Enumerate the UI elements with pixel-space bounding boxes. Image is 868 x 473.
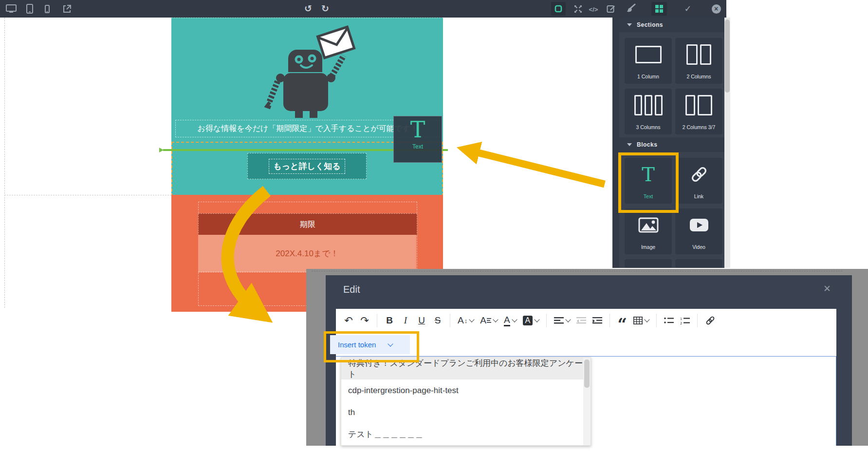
blocks-header-label: Blocks bbox=[637, 141, 657, 148]
deadline-value-block[interactable]: 202X.4.10まで！ bbox=[198, 235, 416, 272]
sections-header[interactable]: Sections bbox=[619, 18, 724, 32]
select-block-mode-icon[interactable] bbox=[551, 2, 566, 16]
section-card-1-column[interactable]: 1 Column bbox=[625, 38, 672, 84]
blocks-header[interactable]: Blocks bbox=[619, 137, 724, 152]
section-card-3-columns[interactable]: 3 Columns bbox=[625, 89, 672, 134]
cta-button[interactable]: もっと詳しく知る bbox=[247, 153, 367, 179]
link-block-icon bbox=[675, 158, 722, 191]
modal-title: Edit bbox=[343, 284, 360, 295]
deadline-header-block[interactable]: 期限 bbox=[198, 213, 417, 236]
collapse-caret-icon bbox=[627, 143, 632, 146]
bold-button[interactable]: B bbox=[385, 313, 394, 328]
undo-icon[interactable]: ↺ bbox=[301, 1, 315, 15]
font-family-dropdown[interactable]: A bbox=[480, 313, 498, 328]
chevron-down-icon bbox=[512, 317, 517, 322]
blockquote-button[interactable]: “ bbox=[617, 310, 627, 331]
open-external-icon[interactable] bbox=[59, 2, 74, 16]
dropdown-scrollbar[interactable] bbox=[583, 358, 591, 445]
code-view-icon[interactable]: </> bbox=[586, 2, 601, 16]
two-columns-icon bbox=[675, 38, 722, 71]
strikethrough-button[interactable]: S bbox=[433, 313, 443, 328]
video-block-icon bbox=[675, 208, 722, 242]
table-dropdown[interactable] bbox=[633, 313, 649, 328]
indent-button[interactable] bbox=[592, 313, 602, 328]
align-dropdown[interactable] bbox=[554, 313, 570, 328]
text-card-annotation-highlight bbox=[618, 152, 679, 213]
block-card-partial[interactable] bbox=[625, 259, 672, 268]
backdrop-dashed-guide bbox=[312, 271, 842, 271]
italic-button[interactable]: I bbox=[401, 313, 410, 328]
underline-button[interactable]: U bbox=[417, 313, 426, 328]
confirm-check-icon[interactable]: ✓ bbox=[681, 2, 695, 16]
one-column-icon bbox=[625, 38, 672, 71]
collapse-caret-icon bbox=[627, 23, 632, 26]
modal-close-icon[interactable]: ✕ bbox=[823, 283, 831, 294]
block-card-video[interactable]: Video bbox=[675, 208, 722, 254]
token-option[interactable]: th bbox=[341, 401, 591, 423]
blocks-sidebar: Sections 1 Column 2 Columns 3 Columns 2 … bbox=[619, 18, 724, 268]
svg-text:2: 2 bbox=[680, 321, 682, 324]
editor-redo-icon[interactable]: ↷ bbox=[360, 313, 369, 328]
token-dropdown-list: 特典付き！スタンダードプランご利用中のお客様限定アンケート cdp-interg… bbox=[341, 357, 591, 446]
block-card-image[interactable]: Image bbox=[625, 208, 672, 254]
token-option[interactable]: テスト＿＿＿＿＿＿ bbox=[341, 423, 591, 445]
token-option[interactable]: cdp-intergrestion-page-hit-test bbox=[341, 379, 591, 401]
text-block-glyph: T bbox=[410, 117, 425, 142]
mobile-preview-icon[interactable] bbox=[40, 2, 55, 16]
section-card-label: 2 Columns bbox=[686, 74, 711, 79]
editor-toolbar: ↶ ↷ B I U S A↕ A A A bbox=[336, 309, 836, 332]
section-card-label: 1 Column bbox=[637, 74, 659, 79]
canvas-sidebar-divider bbox=[612, 18, 619, 268]
block-card-label: Image bbox=[641, 244, 655, 250]
highlight-color-dropdown[interactable]: A bbox=[523, 313, 539, 328]
section-card-label: 2 Columns 3/7 bbox=[683, 124, 716, 130]
two-columns-3-7-icon bbox=[675, 89, 722, 122]
chevron-down-icon bbox=[535, 317, 540, 322]
tablet-preview-icon[interactable] bbox=[22, 2, 37, 16]
desktop-preview-icon[interactable] bbox=[4, 2, 18, 16]
text-block-drag-ghost[interactable]: T Text bbox=[393, 116, 442, 163]
text-color-dropdown[interactable]: A bbox=[504, 313, 517, 328]
hero-text: お得な情報を今だけ「期間限定」で入手することが可能です！ bbox=[198, 124, 418, 134]
insert-token-annotation-highlight bbox=[324, 331, 419, 362]
sections-header-label: Sections bbox=[637, 21, 663, 28]
canvas-left-guide bbox=[4, 18, 5, 308]
blocks-panel-icon[interactable] bbox=[651, 2, 667, 16]
block-card-link[interactable]: Link bbox=[675, 158, 722, 204]
close-x-glyph: × bbox=[712, 4, 721, 14]
drag-annotation-arrow bbox=[463, 149, 605, 184]
deadline-header-text: 期限 bbox=[300, 220, 315, 230]
chevron-down-icon bbox=[469, 317, 475, 322]
outdent-button[interactable] bbox=[576, 313, 586, 328]
section-card-2-columns-3-7[interactable]: 2 Columns 3/7 bbox=[675, 89, 722, 134]
robot-mascot-illustration bbox=[263, 25, 360, 119]
edit-content-icon[interactable] bbox=[604, 2, 618, 16]
editor-undo-icon[interactable]: ↶ bbox=[344, 313, 353, 328]
block-card-partial[interactable] bbox=[675, 259, 722, 268]
section-card-2-columns[interactable]: 2 Columns bbox=[675, 38, 722, 84]
top-toolbar: ↺ ↻ </> ✓ × bbox=[0, 0, 726, 18]
three-columns-icon bbox=[625, 89, 672, 122]
cta-button-label: もっと詳しく知る bbox=[269, 159, 345, 174]
chevron-down-icon bbox=[645, 317, 650, 322]
block-card-label: Video bbox=[692, 244, 705, 250]
font-size-dropdown[interactable]: A↕ bbox=[458, 313, 474, 328]
chevron-down-icon bbox=[566, 317, 571, 322]
section-boundary-guide bbox=[4, 195, 171, 195]
drop-indicator-arrow bbox=[159, 148, 164, 152]
text-block-ghost-label: Text bbox=[412, 143, 423, 150]
dropdown-scrollbar-thumb[interactable] bbox=[584, 359, 590, 388]
numbered-list-button[interactable]: 12 bbox=[680, 313, 690, 328]
redo-icon[interactable]: ↻ bbox=[318, 1, 332, 15]
insert-link-button[interactable] bbox=[705, 313, 716, 328]
fullscreen-icon[interactable] bbox=[571, 2, 585, 16]
sidebar-scrollbar-thumb[interactable] bbox=[725, 19, 730, 93]
close-editor-icon[interactable]: × bbox=[709, 2, 723, 16]
bullet-list-button[interactable] bbox=[664, 313, 674, 328]
style-brush-icon[interactable] bbox=[623, 1, 638, 15]
section-card-label: 3 Columns bbox=[636, 124, 660, 130]
chevron-down-icon bbox=[493, 317, 498, 322]
block-card-label: Link bbox=[694, 193, 703, 199]
deadline-value-text: 202X.4.10まで！ bbox=[276, 248, 338, 259]
svg-text:1: 1 bbox=[680, 317, 682, 321]
